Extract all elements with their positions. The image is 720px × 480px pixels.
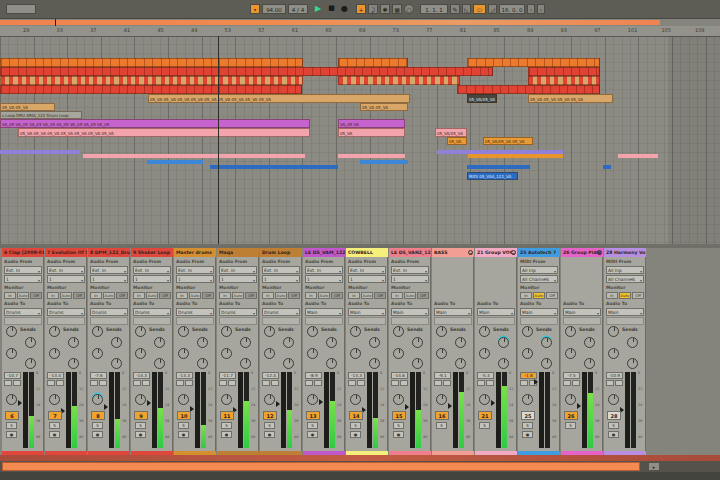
group-fold-icon[interactable]: × <box>511 250 516 255</box>
volume-field[interactable]: -14.6 <box>391 372 408 379</box>
track-activator-button[interactable]: 25 <box>521 411 535 420</box>
send-knob-B[interactable] <box>68 337 79 348</box>
loop-button[interactable]: ⬭ <box>473 4 486 14</box>
solo-button[interactable]: S <box>608 422 619 429</box>
monitor-off-button[interactable]: Off <box>417 292 429 299</box>
arrangement-clip[interactable] <box>210 165 338 169</box>
arrangement-clip[interactable]: 05_VA 05_VA 05_VA 05_VA 05_VA 05_VA 05_V… <box>18 128 310 137</box>
track-activator-button[interactable]: 26 <box>564 411 578 420</box>
gain-field[interactable] <box>228 380 236 386</box>
pan-field[interactable] <box>176 380 184 386</box>
solo-button[interactable]: S <box>350 422 361 429</box>
send-knob-B[interactable] <box>25 337 36 348</box>
send-knob-C[interactable] <box>393 348 404 359</box>
monitor-auto-button[interactable]: Auto <box>17 292 29 299</box>
arrangement-clip[interactable] <box>618 154 658 158</box>
send-knob-B[interactable] <box>111 337 122 348</box>
send-knob-A[interactable] <box>178 326 189 337</box>
send-knob-B[interactable] <box>412 337 423 348</box>
solo-button[interactable]: S <box>307 422 318 429</box>
loop-length-field[interactable]: 16. 0. 0 <box>499 4 525 14</box>
pan-field[interactable] <box>348 380 356 386</box>
time-signature-field[interactable]: 4 / 4 <box>288 4 308 14</box>
monitor-off-button[interactable]: Off <box>331 292 343 299</box>
monitor-auto-button[interactable]: Auto <box>275 292 287 299</box>
volume-fader[interactable] <box>496 372 501 448</box>
gain-field[interactable] <box>615 380 623 386</box>
send-knob-C[interactable] <box>608 348 619 359</box>
send-knob-C[interactable] <box>307 348 318 359</box>
monitor-auto-button[interactable]: Auto <box>318 292 330 299</box>
volume-fader[interactable] <box>410 372 415 448</box>
send-knob-A[interactable] <box>608 326 619 337</box>
stop-button[interactable]: ■ <box>326 4 337 14</box>
volume-fader[interactable] <box>539 372 544 448</box>
track-title[interactable]: 26 Group PIAN× <box>561 248 603 257</box>
arm-button[interactable]: ● <box>6 431 17 438</box>
input-channel-select[interactable]: 1▾ <box>219 275 257 283</box>
arrangement-clip[interactable] <box>528 76 600 85</box>
volume-field[interactable]: -7.5 <box>563 372 580 379</box>
gain-field[interactable] <box>56 380 64 386</box>
input-routing-select[interactable]: Ext. In▾ <box>262 266 300 274</box>
pan-field[interactable] <box>47 380 55 386</box>
track-title[interactable]: 28 Harmony Vo <box>604 248 646 257</box>
pan-field[interactable] <box>90 380 98 386</box>
send-knob-B[interactable] <box>240 337 251 348</box>
solo-button[interactable]: S <box>479 422 490 429</box>
send-knob-B[interactable] <box>197 337 208 348</box>
input-channel-select[interactable]: 1▾ <box>47 275 85 283</box>
send-knob-C[interactable] <box>479 348 490 359</box>
track-title[interactable]: 21 Group VOC× <box>475 248 517 257</box>
punch-out-button[interactable]: ◿ <box>488 4 497 14</box>
send-knob-A[interactable] <box>92 326 103 337</box>
send-knob-A[interactable] <box>49 326 60 337</box>
track-activator-button[interactable]: 10 <box>177 411 191 420</box>
arrangement-clip[interactable] <box>528 67 600 76</box>
track-activator-button[interactable]: 8 <box>91 411 105 420</box>
track-activator-button[interactable]: 11 <box>220 411 234 420</box>
pan-knob[interactable] <box>479 394 490 405</box>
pan-knob[interactable] <box>393 394 404 405</box>
pan-knob[interactable] <box>350 394 361 405</box>
solo-button[interactable]: S <box>178 422 189 429</box>
monitor-auto-button[interactable]: Auto <box>146 292 158 299</box>
monitor-in-button[interactable]: In <box>90 292 102 299</box>
send-knob-D[interactable] <box>541 358 552 369</box>
volume-fader[interactable] <box>367 372 372 448</box>
gain-field[interactable] <box>185 380 193 386</box>
monitor-off-button[interactable]: Off <box>632 292 644 299</box>
pan-field[interactable] <box>133 380 141 386</box>
arrangement-clip[interactable] <box>83 154 305 158</box>
monitor-auto-button[interactable]: Auto <box>533 292 545 299</box>
arrangement-clip[interactable]: 05_VA <box>338 128 405 137</box>
monitor-off-button[interactable]: Off <box>159 292 171 299</box>
send-knob-D[interactable] <box>154 358 165 369</box>
monitor-off-button[interactable]: Off <box>288 292 300 299</box>
send-knob-D[interactable] <box>25 358 36 369</box>
solo-button[interactable]: S <box>135 422 146 429</box>
arrangement-clip[interactable]: MIDI 05_VAA_122_VA <box>467 172 518 180</box>
output-routing-select[interactable]: Main▾ <box>520 308 558 316</box>
monitor-auto-button[interactable]: Auto <box>60 292 72 299</box>
arrangement-clip[interactable]: VA_05 VA <box>338 119 405 128</box>
arm-button[interactable]: ● <box>393 431 404 438</box>
input-channel-select[interactable]: 1▾ <box>4 275 42 283</box>
arrangement-clip[interactable] <box>338 76 460 85</box>
track-title[interactable]: 7 Evolution Of So <box>45 248 87 257</box>
pan-knob[interactable] <box>522 394 533 405</box>
volume-field[interactable]: -12.4 <box>262 372 279 379</box>
arrangement-clip[interactable] <box>0 58 303 67</box>
fader-handle[interactable] <box>104 404 108 410</box>
solo-button[interactable]: S <box>264 422 275 429</box>
arrangement-clip[interactable]: 05_VA <box>447 137 467 145</box>
output-routing-select[interactable]: Drums▾ <box>133 308 171 316</box>
track-activator-button[interactable]: 21 <box>478 411 492 420</box>
monitor-in-button[interactable]: In <box>391 292 403 299</box>
input-channel-select[interactable]: All Channels▾ <box>520 275 558 283</box>
pan-knob[interactable] <box>49 394 60 405</box>
arrangement-clip[interactable] <box>0 67 493 76</box>
pan-field[interactable] <box>262 380 270 386</box>
pan-knob[interactable] <box>307 394 318 405</box>
output-routing-select[interactable]: Main▾ <box>606 308 644 316</box>
